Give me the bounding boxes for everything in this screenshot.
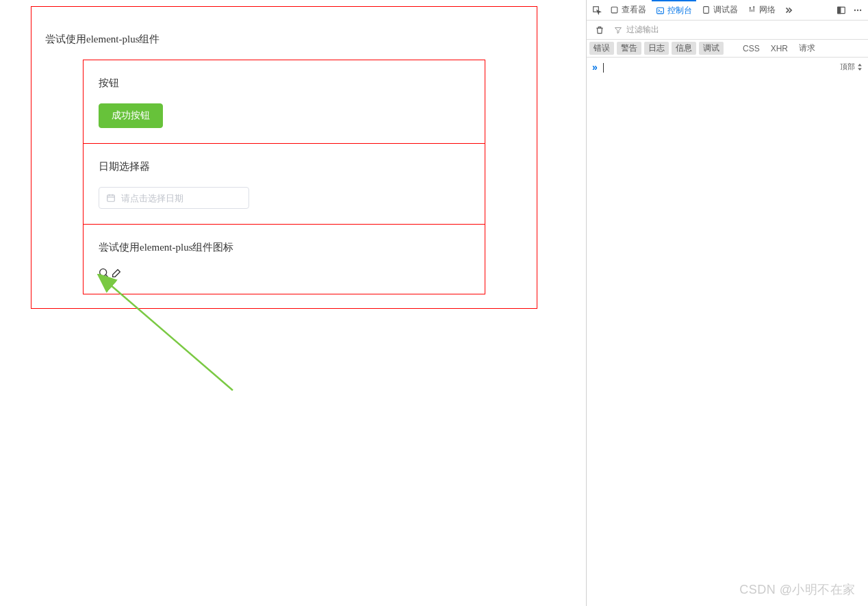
kebab-menu-icon[interactable] (850, 5, 865, 15)
devtools-filterbar: 过滤输出 (587, 21, 868, 40)
level-warn[interactable]: 警告 (617, 42, 641, 55)
context-label: 顶部 (840, 62, 855, 72)
tab-inspector-label: 查看器 (622, 4, 646, 16)
level-info[interactable]: 信息 (672, 42, 696, 55)
filter-placeholder: 过滤输出 (626, 24, 659, 36)
datepicker-section: 日期选择器 (84, 144, 485, 225)
element-picker-icon[interactable] (589, 5, 604, 15)
edit-icon (111, 268, 122, 279)
svg-rect-11 (704, 7, 709, 14)
search-icon (99, 268, 110, 279)
svg-point-14 (854, 9, 856, 10)
tab-network[interactable]: 网络 (743, 0, 780, 20)
success-button[interactable]: 成功按钮 (99, 103, 163, 128)
svg-point-15 (857, 9, 858, 10)
button-heading: 按钮 (99, 77, 470, 90)
svg-rect-0 (107, 195, 115, 201)
calendar-icon (106, 193, 116, 203)
funnel-icon (614, 26, 622, 34)
overflow-tabs-icon[interactable] (781, 5, 796, 15)
svg-line-5 (105, 275, 107, 277)
console-caret (603, 63, 604, 73)
icons-section: 尝试使用element-plus组件图标 (84, 225, 485, 294)
filter-input[interactable]: 过滤输出 (614, 24, 659, 36)
watermark: CSDN @小明不在家 (739, 581, 856, 598)
demo-page: 尝试使用element-plus组件 按钮 成功按钮 日期选择器 尝试使用ele… (31, 6, 537, 309)
svg-rect-9 (611, 7, 617, 13)
devtools-levelbar: 错误 警告 日志 信息 调试 CSS XHR 请求 (587, 40, 868, 58)
tab-debugger[interactable]: 调试器 (698, 0, 742, 20)
page-title: 尝试使用element-plus组件 (45, 33, 523, 46)
tab-inspector[interactable]: 查看器 (606, 0, 650, 20)
date-input-wrapper[interactable] (99, 187, 249, 209)
svg-rect-10 (657, 8, 664, 14)
tab-console-label: 控制台 (667, 5, 692, 16)
svg-point-16 (860, 9, 861, 10)
updown-icon (857, 64, 863, 71)
level-css[interactable]: CSS (739, 43, 764, 54)
console-input-row[interactable]: » 顶部 (587, 58, 868, 77)
console-prompt-icon: » (592, 62, 598, 73)
tab-console[interactable]: 控制台 (652, 0, 696, 20)
svg-point-4 (100, 269, 107, 276)
icons-heading: 尝试使用element-plus组件图标 (99, 241, 470, 254)
devtools-toolbar: 查看器 控制台 调试器 网络 (587, 0, 868, 21)
level-debug[interactable]: 调试 (699, 42, 724, 55)
level-log[interactable]: 日志 (644, 42, 669, 55)
button-section: 按钮 成功按钮 (84, 60, 485, 144)
dock-side-icon[interactable] (834, 5, 849, 15)
datepicker-heading: 日期选择器 (99, 160, 470, 173)
level-requests[interactable]: 请求 (795, 42, 819, 55)
demo-stack: 按钮 成功按钮 日期选择器 尝试使用element-plus组件图标 (83, 60, 485, 294)
date-input[interactable] (121, 193, 242, 203)
level-error[interactable]: 错误 (589, 42, 614, 55)
devtools-panel: 查看器 控制台 调试器 网络 过滤输出 (586, 0, 868, 606)
level-xhr[interactable]: XHR (767, 43, 792, 54)
clear-console-icon[interactable] (592, 25, 607, 35)
tab-network-label: 网络 (759, 4, 776, 16)
svg-rect-13 (838, 7, 841, 13)
context-selector[interactable]: 顶部 (840, 62, 863, 72)
tab-debugger-label: 调试器 (713, 4, 738, 16)
icon-row (99, 268, 470, 279)
